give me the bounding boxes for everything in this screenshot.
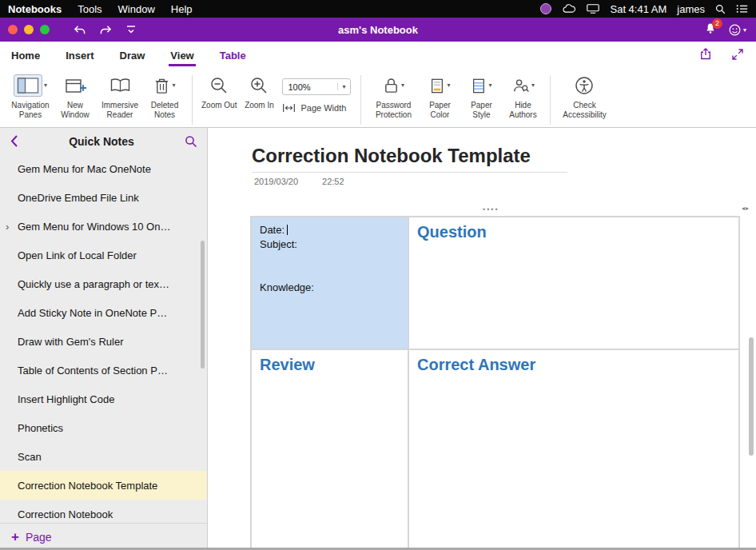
- sidebar-scrollbar[interactable]: [201, 241, 205, 369]
- horizontal-scroll-arrows[interactable]: ◂▸: [742, 205, 750, 212]
- paper-style-label: Paper Style: [463, 101, 499, 120]
- hide-authors-icon: [511, 77, 530, 95]
- page-list-item[interactable]: Phonetics: [0, 413, 207, 442]
- table-cell-review[interactable]: Review: [251, 349, 408, 550]
- page-item-label: Open Link of Local Folder: [18, 249, 137, 261]
- page-date: 2019/03/20: [254, 177, 298, 186]
- hide-authors-label: Hide Authors: [504, 101, 541, 120]
- page-title[interactable]: Correction Notebook Template: [252, 145, 531, 167]
- table-move-handle[interactable]: ••••: [483, 205, 499, 213]
- zoom-out-button[interactable]: Zoom Out: [201, 72, 237, 110]
- section-title: Quick Notes: [18, 135, 185, 148]
- page-list-item[interactable]: OneDrive Embed File Link: [0, 183, 207, 212]
- fullscreen-button[interactable]: [730, 47, 745, 62]
- menu-window[interactable]: Window: [118, 3, 155, 15]
- back-button[interactable]: [10, 134, 18, 148]
- content-scrollbar[interactable]: [749, 337, 754, 456]
- page-item-label: Table of Contents of Section P…: [18, 365, 168, 377]
- new-window-icon: [65, 77, 86, 95]
- page-time: 22:52: [322, 177, 344, 186]
- menu-help[interactable]: Help: [171, 3, 193, 15]
- share-button[interactable]: [698, 46, 713, 62]
- page-list-item[interactable]: › Gem Menu for Windows 10 On…: [0, 212, 207, 241]
- page-datetime: 2019/03/20 22:52: [254, 177, 344, 186]
- zoom-window-button[interactable]: [40, 25, 50, 34]
- hide-authors-button[interactable]: ▾ Hide Authors: [504, 72, 541, 120]
- tab-insert[interactable]: Insert: [64, 45, 95, 68]
- subject-label: Subject:: [260, 237, 400, 252]
- menu-notebooks[interactable]: Notebooks: [8, 3, 62, 15]
- zoom-out-label: Zoom Out: [201, 101, 237, 110]
- paper-style-button[interactable]: ▾ Paper Style: [463, 72, 499, 120]
- page-item-label: Gem Menu for Mac OneNote: [18, 163, 151, 175]
- cloud-icon[interactable]: [562, 4, 576, 14]
- tab-table[interactable]: Table: [218, 45, 248, 68]
- search-pages-button[interactable]: [185, 135, 197, 148]
- lock-icon: [383, 77, 400, 95]
- knowledge-label: Knowledge:: [260, 281, 400, 295]
- add-page-button[interactable]: + Page: [0, 523, 207, 550]
- correct-answer-heading: Correct Answer: [417, 356, 535, 373]
- search-icon[interactable]: [715, 4, 726, 14]
- text-cursor: [287, 225, 288, 235]
- table-cell-correct-answer[interactable]: Correct Answer: [408, 349, 739, 550]
- expand-arrow-icon[interactable]: ›: [6, 221, 9, 233]
- zoom-level-select[interactable]: 100% ▾: [282, 78, 351, 95]
- page-list-item[interactable]: Open Link of Local Folder: [0, 241, 207, 269]
- page-item-label: Correction Notebook: [18, 508, 113, 520]
- page-width-button[interactable]: Page Width: [282, 102, 351, 114]
- page-item-label: OneDrive Embed File Link: [18, 192, 139, 204]
- table-cell-question[interactable]: Question: [408, 217, 739, 349]
- feedback-button[interactable]: ▾: [728, 23, 746, 37]
- tab-draw[interactable]: Draw: [118, 45, 147, 68]
- zoom-in-button[interactable]: Zoom In: [241, 72, 277, 110]
- paper-color-button[interactable]: ▾ Paper Color: [421, 72, 458, 120]
- paper-color-icon: [429, 77, 445, 95]
- title-divider: [252, 172, 567, 173]
- page-width-label: Page Width: [300, 103, 346, 113]
- display-icon[interactable]: [587, 4, 599, 14]
- navigation-panes-button[interactable]: ▾ Navigation Panes: [9, 72, 52, 120]
- ribbon-separator: [192, 75, 193, 125]
- page-list-item[interactable]: Correction Notebook: [0, 500, 207, 523]
- page-list-item[interactable]: Draw with Gem's Ruler: [0, 327, 207, 356]
- ribbon-toolbar: ▾ Navigation Panes New Window Imme: [0, 68, 756, 128]
- menu-tools[interactable]: Tools: [78, 3, 101, 15]
- menu-clock[interactable]: Sat 4:41 AM: [610, 3, 666, 15]
- tab-home[interactable]: Home: [10, 45, 42, 68]
- minimize-window-button[interactable]: [24, 25, 34, 34]
- page-list-item[interactable]: Quickly use a paragraph or tex…: [0, 269, 207, 298]
- check-accessibility-button[interactable]: Check Accessibility: [559, 72, 609, 120]
- control-center-icon[interactable]: [736, 4, 748, 14]
- chevron-down-icon: ▾: [447, 82, 450, 89]
- zoom-in-icon: [249, 76, 269, 95]
- page-list-item[interactable]: Table of Contents of Section P…: [0, 356, 207, 385]
- menu-user[interactable]: james: [677, 3, 705, 15]
- password-protection-button[interactable]: ▾ Password Protection: [370, 72, 416, 120]
- tab-view[interactable]: View: [169, 45, 195, 68]
- page-list-item-selected[interactable]: Correction Notebook Template: [0, 471, 207, 500]
- page-list-item[interactable]: Gem Menu for Mac OneNote: [0, 154, 207, 183]
- immersive-reader-button[interactable]: Immersive Reader: [98, 72, 141, 120]
- page-list-item[interactable]: Scan: [0, 442, 207, 471]
- table-cell-info[interactable]: Date: Subject: Knowledge:: [251, 217, 408, 349]
- menu-bar: Notebooks Tools Window Help Sat 4:41 AM …: [0, 0, 756, 18]
- new-window-button[interactable]: New Window: [57, 72, 94, 120]
- ribbon-separator: [360, 75, 361, 125]
- page-list-item[interactable]: Insert Highlight Code: [0, 385, 207, 413]
- close-window-button[interactable]: [8, 25, 18, 34]
- page-list-item[interactable]: Add Sticky Note in OneNote P…: [0, 298, 207, 327]
- page-item-label: Quickly use a paragraph or tex…: [18, 278, 169, 290]
- chevron-down-icon: ▾: [531, 82, 535, 89]
- page-item-label: Insert Highlight Code: [18, 393, 114, 405]
- notifications-button[interactable]: 2: [704, 22, 717, 38]
- review-heading: Review: [260, 356, 315, 373]
- password-protection-label: Password Protection: [370, 101, 416, 120]
- status-app-icon[interactable]: [540, 3, 551, 14]
- deleted-notes-button[interactable]: ▾ Deleted Notes: [146, 72, 183, 120]
- deleted-notes-label: Deleted Notes: [146, 101, 183, 120]
- undo-button[interactable]: [72, 24, 87, 36]
- redo-button[interactable]: [98, 24, 113, 36]
- customize-toolbar-button[interactable]: [125, 24, 137, 35]
- chevron-down-icon: ▾: [401, 82, 404, 89]
